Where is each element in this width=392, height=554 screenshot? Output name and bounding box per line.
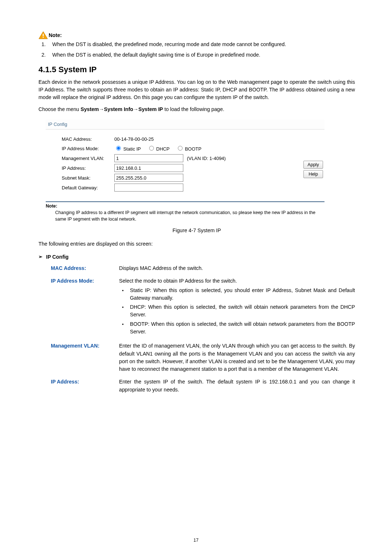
section-heading: 4.1.5 System IP [38, 63, 355, 75]
static-ip-radio[interactable]: Static IP [114, 146, 141, 152]
menu-instruction: Choose the menu System→System Info→Syste… [38, 106, 355, 113]
mac-row: MAC Address: 00-14-78-00-00-25 [62, 136, 322, 143]
def-vlan-term: Management VLAN: [51, 342, 119, 373]
panel-note-label: Note: [46, 203, 324, 210]
ip-label: IP Address: [62, 165, 114, 172]
def-mode-term: IP Address Mode: [51, 277, 119, 337]
note-label: Note: [49, 32, 62, 38]
figure-caption: Figure 4-7 System IP [38, 227, 355, 234]
triangle-bullet-icon: ➢ [38, 253, 42, 261]
panel-note-text: Changing IP address to a different IP se… [46, 210, 324, 224]
ip-mode-row: IP Address Mode: Static IP DHCP BOOTP [62, 145, 322, 153]
def-vlan: Management VLAN: Enter the ID of managem… [51, 342, 355, 373]
def-mode: IP Address Mode: Select the mode to obta… [51, 277, 355, 337]
field-definitions: MAC Address: Displays MAC Address of the… [51, 264, 355, 394]
def-mode-list: Static IP: When this option is selected,… [119, 287, 355, 336]
def-mode-item: DHCP: When this option is selected, the … [130, 303, 355, 319]
note-list: When the DST is disabled, the predefined… [38, 41, 355, 59]
page-container: Note: When the DST is disabled, the pred… [0, 0, 392, 554]
ip-input[interactable] [114, 164, 183, 172]
page-number: 17 [0, 537, 392, 544]
group-heading: ➢ IP Config [38, 253, 355, 261]
entries-intro: The following entries are displayed on t… [38, 240, 355, 248]
panel-title: IP Config [46, 119, 324, 130]
help-button[interactable]: Help [303, 170, 323, 178]
menu-path: System→System Info→System IP [81, 106, 163, 112]
button-stack: Apply Help [303, 161, 323, 178]
def-mode-item: BOOTP: When this option is selected, the… [130, 320, 355, 336]
gateway-row: Default Gateway: [62, 184, 322, 192]
bootp-radio[interactable]: BOOTP [176, 146, 201, 152]
mac-label: MAC Address: [62, 136, 114, 143]
note-block: Note: When the DST is disabled, the pred… [38, 31, 355, 59]
def-ip: IP Address: Enter the system IP of the s… [51, 378, 355, 394]
apply-button[interactable]: Apply [303, 161, 323, 169]
ip-row: IP Address: [62, 164, 322, 172]
ip-mode-radio-group: Static IP DHCP BOOTP [114, 145, 207, 153]
mask-input[interactable] [114, 174, 183, 182]
def-mode-intro: Select the mode to obtain IP Address for… [119, 278, 237, 284]
vlan-label: Management VLAN: [62, 155, 114, 162]
def-mac-term: MAC Address: [51, 264, 119, 272]
gateway-label: Default Gateway: [62, 184, 114, 192]
def-vlan-body: Enter the ID of management VLAN, the onl… [119, 342, 355, 373]
vlan-row: Management VLAN: (VLAN ID: 1-4094) [62, 154, 322, 162]
dhcp-radio[interactable]: DHCP [147, 146, 170, 152]
def-mode-body: Select the mode to obtain IP Address for… [119, 277, 355, 337]
warning-icon [38, 31, 48, 39]
def-mac-body: Displays MAC Address of the switch. [119, 264, 355, 272]
svg-rect-2 [43, 37, 44, 38]
note-item: When the DST is disabled, the predefined… [47, 41, 355, 48]
mac-value: 00-14-78-00-00-25 [114, 136, 154, 143]
def-mac: MAC Address: Displays MAC Address of the… [51, 264, 355, 272]
ip-config-panel: IP Config MAC Address: 00-14-78-00-00-25… [46, 119, 324, 224]
note-item: When the DST is enabled, the default day… [47, 51, 355, 59]
mask-label: Subnet Mask: [62, 175, 114, 182]
vlan-hint: (VLAN ID: 1-4094) [187, 155, 226, 162]
section-intro: Each device in the network possesses a u… [38, 78, 355, 102]
ip-mode-label: IP Address Mode: [62, 145, 114, 152]
def-mode-item: Static IP: When this option is selected,… [130, 287, 355, 302]
def-ip-body: Enter the system IP of the switch. The d… [119, 378, 355, 394]
def-ip-term: IP Address: [51, 378, 119, 394]
note-divider [46, 201, 324, 202]
gateway-input[interactable] [114, 184, 183, 192]
menu-prefix: Choose the menu [38, 106, 81, 112]
mask-row: Subnet Mask: [62, 174, 322, 182]
vlan-input[interactable] [114, 154, 183, 162]
panel-body: MAC Address: 00-14-78-00-00-25 IP Addres… [46, 130, 324, 198]
menu-suffix: to load the following page. [163, 106, 224, 112]
svg-rect-1 [43, 34, 44, 36]
group-label: IP Config [46, 253, 69, 261]
